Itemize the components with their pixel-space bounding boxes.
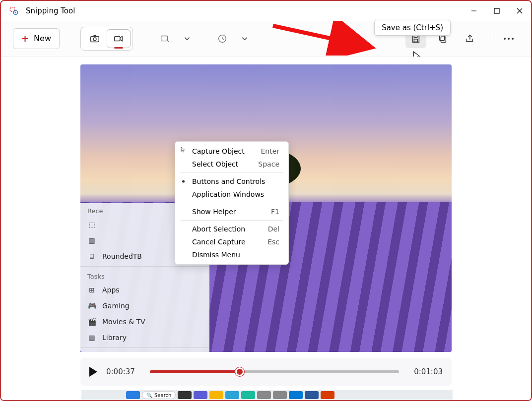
app-icon: ▥ [87,236,96,245]
app-icon: ⬚ [87,220,96,229]
ctx-cancel-capture[interactable]: Cancel CaptureEsc [175,235,288,248]
taskbar-app[interactable] [241,391,255,399]
plus-icon: + [21,33,29,44]
svg-point-9 [93,37,96,40]
save-as-tooltip: Save as (Ctrl+S) [374,20,451,36]
seek-thumb[interactable] [235,367,244,376]
minimize-button[interactable] [463,1,485,21]
ctx-select-object[interactable]: Select ObjectSpace [175,158,288,171]
toolbar: + New [1,21,531,57]
video-mode-button[interactable] [107,29,131,48]
taskbar-app[interactable] [321,391,334,399]
canvas-area: Rece ⬚ ▥ 🖥RoundedTB Tasks ⊞Apps 🎮Gaming … [1,57,531,400]
total-time: 0:01:03 [408,367,443,376]
movies-icon: 🎬 [87,317,96,326]
capture-mode-group [80,27,133,51]
photo-mode-button[interactable] [83,29,107,48]
ctx-buttons-controls[interactable]: Buttons and Controls [175,175,288,188]
start-section-tasks: Tasks [80,269,209,282]
svg-line-2 [15,12,16,13]
taskbar-start-icon[interactable] [126,391,140,399]
titlebar: Snipping Tool [1,1,531,21]
more-button[interactable] [498,29,519,48]
start-item-movies[interactable]: 🎬Movies & TV [80,314,209,330]
clock-icon [217,33,228,44]
taskbar-app[interactable] [209,391,223,399]
share-icon [464,33,475,44]
taskbar: 🔍Search [81,390,453,400]
svg-rect-0 [10,7,14,11]
ctx-dismiss-menu[interactable]: Dismiss Menu [175,248,288,261]
ctx-application-windows[interactable]: Application Windows [175,188,288,201]
ctx-abort-selection[interactable]: Abort SelectionDel [175,223,288,235]
more-icon [504,38,514,40]
taskbar-app[interactable] [305,391,319,399]
taskbar-app[interactable] [194,391,207,399]
seek-progress [150,370,240,373]
apps-icon: ⊞ [87,286,96,294]
svg-rect-4 [494,8,499,13]
video-icon [113,33,124,44]
recording-preview: Rece ⬚ ▥ 🖥RoundedTB Tasks ⊞Apps 🎮Gaming … [80,64,452,352]
start-item-library[interactable]: ▥Library [80,330,209,345]
chevron-down-icon[interactable] [184,35,191,42]
context-menu: Capture ObjectEnter Select ObjectSpace B… [175,141,289,265]
search-icon: 🔍 [146,393,152,398]
ctx-capture-object[interactable]: Capture ObjectEnter [175,145,288,158]
taskbar-search[interactable]: 🔍Search [142,391,176,399]
svg-rect-8 [91,36,99,42]
close-button[interactable] [508,1,531,21]
svg-rect-11 [161,36,168,41]
svg-rect-10 [115,36,120,41]
taskbar-app[interactable] [289,391,303,399]
play-button[interactable] [89,367,97,377]
shape-dropdown[interactable] [154,29,176,48]
taskbar-app[interactable] [273,391,287,399]
ctx-show-helper[interactable]: Show HelperF1 [175,205,288,218]
seek-track[interactable] [150,370,399,373]
svg-rect-17 [441,37,446,42]
window-title: Snipping Tool [26,6,75,15]
app-icon: 🖥 [87,252,96,261]
new-button-label: New [34,34,51,43]
chevron-down-icon[interactable] [241,35,248,42]
svg-rect-16 [414,39,417,42]
library-icon: ▥ [87,333,96,342]
start-item-store[interactable]: 🛍Microsoft Store [80,350,209,352]
new-button[interactable]: + New [13,28,60,49]
cursor-icon [180,146,187,153]
rectangle-icon [159,33,170,44]
share-button[interactable] [459,29,480,48]
snipping-tool-icon [9,6,19,16]
current-time: 0:00:37 [106,367,141,376]
gaming-icon: 🎮 [87,301,96,310]
taskbar-app[interactable] [257,391,271,399]
maximize-button[interactable] [485,1,508,21]
video-controls: 0:00:37 0:01:03 [80,358,452,386]
taskbar-app[interactable] [178,391,192,399]
delay-dropdown[interactable] [211,29,233,48]
camera-icon [89,33,100,44]
start-item-apps[interactable]: ⊞Apps [80,282,209,298]
taskbar-app[interactable] [225,391,239,399]
start-item-gaming[interactable]: 🎮Gaming [80,298,209,314]
